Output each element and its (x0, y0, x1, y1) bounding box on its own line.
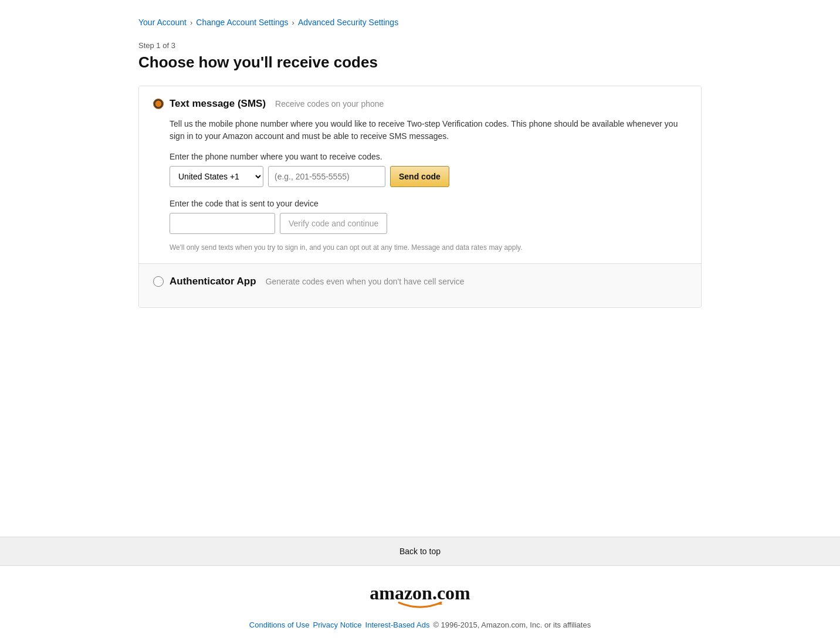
footer-links: Conditions of Use Privacy Notice Interes… (12, 620, 828, 629)
conditions-of-use-link[interactable]: Conditions of Use (249, 620, 310, 629)
authenticator-subtitle: Generate codes even when you don't have … (266, 277, 465, 286)
breadcrumb-advanced-security: Advanced Security Settings (298, 18, 398, 27)
back-to-top-link[interactable]: Back to top (399, 547, 441, 556)
amazon-logo-wrapper: amazon.com (370, 584, 470, 612)
code-field-label: Enter the code that is sent to your devi… (170, 199, 687, 208)
breadcrumb-your-account[interactable]: Your Account (138, 18, 187, 27)
privacy-notice-link[interactable]: Privacy Notice (313, 620, 361, 629)
sms-option-section: Text message (SMS) Receive codes on your… (139, 86, 701, 263)
page-title: Choose how you'll receive codes (138, 53, 702, 72)
verify-button[interactable]: Verify code and continue (280, 213, 387, 234)
send-code-button[interactable]: Send code (390, 166, 449, 187)
code-row: Verify code and continue (170, 213, 687, 234)
country-select[interactable]: United States +1 (170, 166, 263, 187)
sms-radio[interactable] (153, 99, 164, 109)
copyright-text: © 1996-2015, Amazon.com, Inc. or its aff… (433, 620, 591, 629)
authenticator-option-section: Authenticator App Generate codes even wh… (139, 264, 701, 307)
sms-title: Text message (SMS) (170, 98, 266, 110)
phone-row: United States +1 Send code (170, 166, 687, 187)
interest-based-ads-link[interactable]: Interest-Based Ads (365, 620, 430, 629)
option-card: Text message (SMS) Receive codes on your… (138, 86, 702, 308)
authenticator-title: Authenticator App (170, 276, 256, 287)
breadcrumb: Your Account › Change Account Settings ›… (138, 18, 702, 27)
code-input[interactable] (170, 213, 275, 234)
sms-disclaimer: We'll only send texts when you try to si… (170, 243, 687, 252)
sms-subtitle: Receive codes on your phone (275, 99, 384, 108)
phone-field-label: Enter the phone number where you want to… (170, 152, 687, 161)
back-to-top-bar: Back to top (0, 537, 840, 566)
breadcrumb-change-settings[interactable]: Change Account Settings (196, 18, 288, 27)
sms-description: Tell us the mobile phone number where yo… (170, 118, 687, 143)
authenticator-radio[interactable] (153, 276, 164, 287)
footer: amazon.com Conditions of Use Privacy Not… (0, 566, 840, 641)
step-label: Step 1 of 3 (138, 41, 702, 50)
breadcrumb-sep-2: › (292, 18, 294, 27)
phone-input[interactable] (268, 166, 385, 187)
sms-option-header: Text message (SMS) Receive codes on your… (153, 98, 687, 110)
authenticator-option-header: Authenticator App Generate codes even wh… (153, 276, 687, 287)
breadcrumb-sep-1: › (190, 18, 192, 27)
